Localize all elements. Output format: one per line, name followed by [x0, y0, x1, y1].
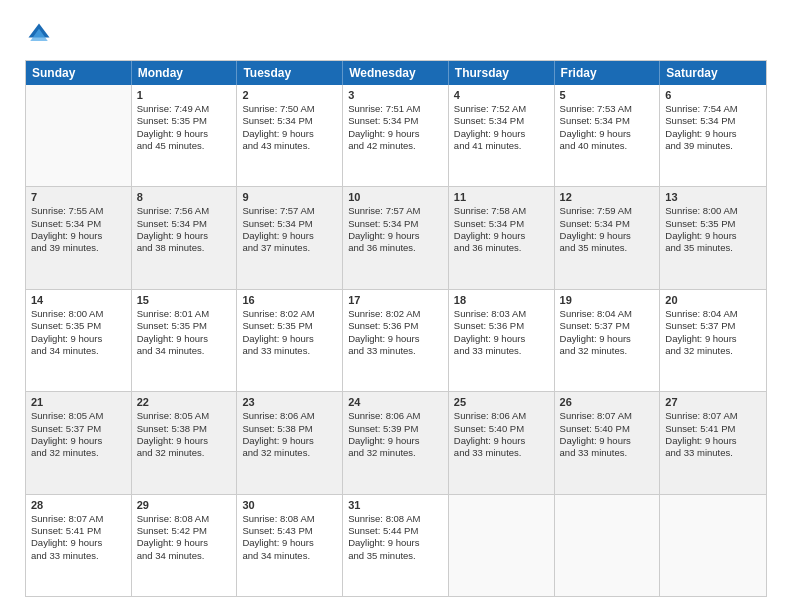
- calendar-cell: 21 Sunrise: 8:05 AM Sunset: 5:37 PM Dayl…: [26, 392, 132, 493]
- sunset-text: Sunset: 5:34 PM: [348, 115, 443, 127]
- calendar-cell: 11 Sunrise: 7:58 AM Sunset: 5:34 PM Dayl…: [449, 187, 555, 288]
- sunset-text: Sunset: 5:35 PM: [31, 320, 126, 332]
- day-number: 16: [242, 294, 337, 306]
- daylight-text: Daylight: 9 hours: [665, 435, 761, 447]
- calendar-cell: 27 Sunrise: 8:07 AM Sunset: 5:41 PM Dayl…: [660, 392, 766, 493]
- sunrise-text: Sunrise: 7:58 AM: [454, 205, 549, 217]
- sunrise-text: Sunrise: 8:00 AM: [665, 205, 761, 217]
- daylight-text: Daylight: 9 hours: [560, 230, 655, 242]
- sunset-text: Sunset: 5:40 PM: [560, 423, 655, 435]
- header-day-sunday: Sunday: [26, 61, 132, 85]
- daylight-text: Daylight: 9 hours: [137, 333, 232, 345]
- calendar-body: 1 Sunrise: 7:49 AM Sunset: 5:35 PM Dayli…: [26, 85, 766, 596]
- calendar-cell: [555, 495, 661, 596]
- day-number: 11: [454, 191, 549, 203]
- page: SundayMondayTuesdayWednesdayThursdayFrid…: [0, 0, 792, 612]
- calendar-cell: 26 Sunrise: 8:07 AM Sunset: 5:40 PM Dayl…: [555, 392, 661, 493]
- daylight-minutes: and 43 minutes.: [242, 140, 337, 152]
- daylight-minutes: and 33 minutes.: [665, 447, 761, 459]
- calendar-cell: 18 Sunrise: 8:03 AM Sunset: 5:36 PM Dayl…: [449, 290, 555, 391]
- sunset-text: Sunset: 5:34 PM: [560, 218, 655, 230]
- sunset-text: Sunset: 5:35 PM: [242, 320, 337, 332]
- calendar-cell: 15 Sunrise: 8:01 AM Sunset: 5:35 PM Dayl…: [132, 290, 238, 391]
- daylight-minutes: and 32 minutes.: [560, 345, 655, 357]
- daylight-text: Daylight: 9 hours: [665, 128, 761, 140]
- daylight-text: Daylight: 9 hours: [137, 128, 232, 140]
- sunrise-text: Sunrise: 7:52 AM: [454, 103, 549, 115]
- daylight-minutes: and 45 minutes.: [137, 140, 232, 152]
- sunrise-text: Sunrise: 8:06 AM: [348, 410, 443, 422]
- sunrise-text: Sunrise: 8:07 AM: [31, 513, 126, 525]
- sunset-text: Sunset: 5:34 PM: [137, 218, 232, 230]
- day-number: 9: [242, 191, 337, 203]
- daylight-text: Daylight: 9 hours: [242, 537, 337, 549]
- day-number: 2: [242, 89, 337, 101]
- sunset-text: Sunset: 5:34 PM: [348, 218, 443, 230]
- daylight-text: Daylight: 9 hours: [242, 333, 337, 345]
- daylight-minutes: and 33 minutes.: [348, 345, 443, 357]
- day-number: 26: [560, 396, 655, 408]
- daylight-text: Daylight: 9 hours: [348, 333, 443, 345]
- calendar-cell: 19 Sunrise: 8:04 AM Sunset: 5:37 PM Dayl…: [555, 290, 661, 391]
- calendar-cell: 17 Sunrise: 8:02 AM Sunset: 5:36 PM Dayl…: [343, 290, 449, 391]
- sunrise-text: Sunrise: 7:59 AM: [560, 205, 655, 217]
- sunrise-text: Sunrise: 7:50 AM: [242, 103, 337, 115]
- sunrise-text: Sunrise: 7:57 AM: [348, 205, 443, 217]
- day-number: 4: [454, 89, 549, 101]
- header: [25, 20, 767, 48]
- daylight-minutes: and 33 minutes.: [454, 447, 549, 459]
- sunset-text: Sunset: 5:42 PM: [137, 525, 232, 537]
- calendar-row-5: 28 Sunrise: 8:07 AM Sunset: 5:41 PM Dayl…: [26, 495, 766, 596]
- daylight-text: Daylight: 9 hours: [348, 537, 443, 549]
- daylight-minutes: and 35 minutes.: [665, 242, 761, 254]
- sunset-text: Sunset: 5:37 PM: [560, 320, 655, 332]
- sunset-text: Sunset: 5:38 PM: [137, 423, 232, 435]
- daylight-text: Daylight: 9 hours: [31, 435, 126, 447]
- day-number: 22: [137, 396, 232, 408]
- calendar-cell: 10 Sunrise: 7:57 AM Sunset: 5:34 PM Dayl…: [343, 187, 449, 288]
- day-number: 18: [454, 294, 549, 306]
- sunrise-text: Sunrise: 8:08 AM: [242, 513, 337, 525]
- day-number: 31: [348, 499, 443, 511]
- sunset-text: Sunset: 5:38 PM: [242, 423, 337, 435]
- sunrise-text: Sunrise: 8:02 AM: [348, 308, 443, 320]
- day-number: 29: [137, 499, 232, 511]
- header-day-tuesday: Tuesday: [237, 61, 343, 85]
- daylight-text: Daylight: 9 hours: [560, 333, 655, 345]
- daylight-minutes: and 32 minutes.: [137, 447, 232, 459]
- sunset-text: Sunset: 5:41 PM: [31, 525, 126, 537]
- logo-icon: [25, 20, 53, 48]
- daylight-minutes: and 36 minutes.: [348, 242, 443, 254]
- calendar-cell: 6 Sunrise: 7:54 AM Sunset: 5:34 PM Dayli…: [660, 85, 766, 186]
- sunset-text: Sunset: 5:43 PM: [242, 525, 337, 537]
- calendar-row-3: 14 Sunrise: 8:00 AM Sunset: 5:35 PM Dayl…: [26, 290, 766, 392]
- daylight-text: Daylight: 9 hours: [348, 230, 443, 242]
- daylight-text: Daylight: 9 hours: [348, 435, 443, 447]
- calendar-cell: 23 Sunrise: 8:06 AM Sunset: 5:38 PM Dayl…: [237, 392, 343, 493]
- daylight-minutes: and 39 minutes.: [665, 140, 761, 152]
- calendar-header: SundayMondayTuesdayWednesdayThursdayFrid…: [26, 61, 766, 85]
- calendar-cell: 16 Sunrise: 8:02 AM Sunset: 5:35 PM Dayl…: [237, 290, 343, 391]
- sunset-text: Sunset: 5:44 PM: [348, 525, 443, 537]
- day-number: 27: [665, 396, 761, 408]
- calendar-cell: 28 Sunrise: 8:07 AM Sunset: 5:41 PM Dayl…: [26, 495, 132, 596]
- daylight-text: Daylight: 9 hours: [242, 230, 337, 242]
- sunrise-text: Sunrise: 8:08 AM: [348, 513, 443, 525]
- calendar-row-1: 1 Sunrise: 7:49 AM Sunset: 5:35 PM Dayli…: [26, 85, 766, 187]
- day-number: 25: [454, 396, 549, 408]
- day-number: 6: [665, 89, 761, 101]
- sunrise-text: Sunrise: 7:56 AM: [137, 205, 232, 217]
- daylight-text: Daylight: 9 hours: [31, 537, 126, 549]
- sunset-text: Sunset: 5:35 PM: [137, 115, 232, 127]
- sunset-text: Sunset: 5:35 PM: [665, 218, 761, 230]
- day-number: 12: [560, 191, 655, 203]
- sunset-text: Sunset: 5:36 PM: [348, 320, 443, 332]
- daylight-minutes: and 33 minutes.: [560, 447, 655, 459]
- day-number: 21: [31, 396, 126, 408]
- daylight-text: Daylight: 9 hours: [242, 128, 337, 140]
- day-number: 14: [31, 294, 126, 306]
- calendar-row-4: 21 Sunrise: 8:05 AM Sunset: 5:37 PM Dayl…: [26, 392, 766, 494]
- calendar-cell: 9 Sunrise: 7:57 AM Sunset: 5:34 PM Dayli…: [237, 187, 343, 288]
- sunrise-text: Sunrise: 7:53 AM: [560, 103, 655, 115]
- daylight-minutes: and 32 minutes.: [242, 447, 337, 459]
